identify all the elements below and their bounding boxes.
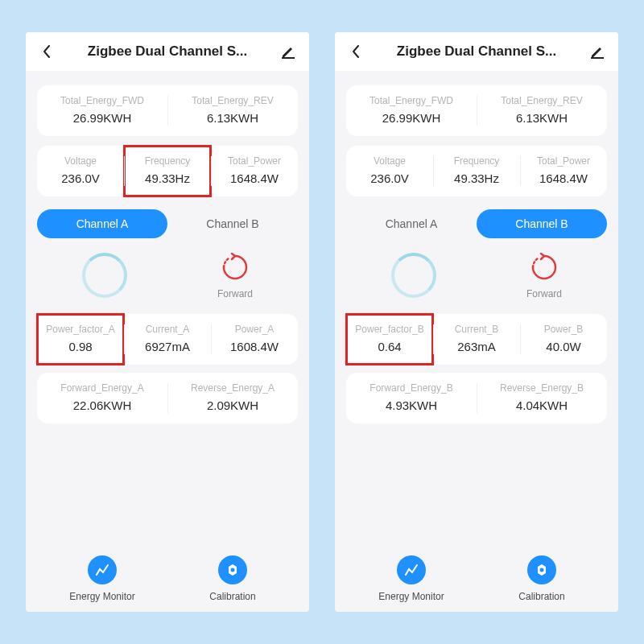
current-value: 6927mA (127, 340, 208, 353)
frequency-cell: Frequency 49.33Hz (124, 146, 211, 196)
totals-card: Total_Energy_FWD 26.99KWH Total_Energy_R… (37, 85, 298, 136)
header: Zigbee Dual Channel S... (26, 32, 309, 71)
current-value: 263mA (436, 340, 517, 353)
voltage-cell: Voltage 236.0V (37, 146, 124, 196)
fwd-energy-value: 22.06KWH (40, 398, 164, 412)
total-power-value: 1648.4W (214, 171, 295, 185)
voltage-cell: Voltage 236.0V (346, 146, 433, 196)
total-power-value: 1648.4W (523, 171, 604, 185)
tab-channel-a[interactable]: Channel A (346, 209, 477, 238)
tab-channel-a[interactable]: Channel A (37, 209, 167, 238)
energy-monitor-label: Energy Monitor (378, 591, 444, 602)
chart-icon (88, 555, 117, 584)
edit-icon[interactable] (280, 43, 296, 60)
tab-channel-b[interactable]: Channel B (477, 209, 607, 238)
total-power-cell: Total_Power 1648.4W (211, 146, 298, 196)
total-fwd-label: Total_Energy_FWD (40, 95, 164, 106)
current-cell: Current_B 263mA (433, 314, 520, 365)
current-label: Current_B (436, 324, 517, 335)
svg-point-3 (540, 568, 544, 572)
direction-label: Forward (526, 288, 562, 299)
power-cell: Power_B 40.0W (520, 314, 607, 365)
triple-card: Voltage 236.0V Frequency 49.33Hz Total_P… (37, 146, 298, 196)
edit-icon[interactable] (589, 43, 605, 60)
energy-card: Forward_Energy_B 4.93KWH Reverse_Energy_… (346, 373, 607, 423)
forward-arrow-icon (219, 251, 251, 283)
forward-arrow-icon (528, 251, 560, 283)
rev-energy-label: Reverse_Energy_B (480, 382, 604, 394)
pf-value: 0.64 (349, 340, 430, 353)
calibration-label: Calibration (209, 591, 255, 602)
frequency-value: 49.33Hz (127, 171, 208, 185)
header: Zigbee Dual Channel S... (335, 32, 618, 71)
fwd-energy-value: 4.93KWH (349, 398, 473, 412)
content: Total_Energy_FWD 26.99KWH Total_Energy_R… (26, 71, 309, 612)
channel-tabs: Channel A Channel B (37, 209, 298, 238)
loading-spinner-icon (82, 253, 127, 298)
bottom-nav: Energy Monitor Calibration (37, 544, 298, 605)
content: Total_Energy_FWD 26.99KWH Total_Energy_R… (335, 71, 618, 612)
voltage-value: 236.0V (349, 171, 430, 185)
rev-energy-value: 4.04KWH (480, 398, 604, 412)
frequency-label: Frequency (436, 155, 517, 167)
calibration-button[interactable]: Calibration (167, 555, 298, 602)
page-title: Zigbee Dual Channel S... (88, 43, 247, 60)
pf-label: Power_factor_B (349, 324, 430, 335)
total-rev-label: Total_Energy_REV (171, 95, 295, 106)
total-fwd-value: 26.99KWH (349, 111, 473, 125)
total-rev-value: 6.13KWH (480, 111, 604, 125)
rev-energy-value: 2.09KWH (171, 398, 295, 412)
phone-left: Zigbee Dual Channel S... Total_Energy_FW… (26, 32, 309, 612)
forward-energy-cell: Forward_Energy_B 4.93KWH (346, 373, 477, 423)
metrics-card: Power_factor_B 0.64 Current_B 263mA Powe… (346, 314, 607, 365)
direction-indicator: Forward (217, 251, 253, 299)
power-cell: Power_A 1608.4W (211, 314, 298, 365)
total-energy-rev: Total_Energy_REV 6.13KWH (167, 85, 298, 136)
direction-indicator: Forward (526, 251, 562, 299)
power-factor-cell: Power_factor_A 0.98 (37, 314, 124, 365)
calibration-button[interactable]: Calibration (477, 555, 607, 602)
energy-monitor-button[interactable]: Energy Monitor (37, 555, 167, 602)
bottom-nav: Energy Monitor Calibration (346, 544, 607, 605)
pf-value: 0.98 (40, 340, 121, 353)
current-label: Current_A (127, 324, 208, 335)
metrics-card: Power_factor_A 0.98 Current_A 6927mA Pow… (37, 314, 298, 365)
frequency-value: 49.33Hz (436, 171, 517, 185)
total-energy-rev: Total_Energy_REV 6.13KWH (477, 85, 607, 136)
phone-right: Zigbee Dual Channel S... Total_Energy_FW… (335, 32, 618, 612)
frequency-cell: Frequency 49.33Hz (433, 146, 520, 196)
fwd-energy-label: Forward_Energy_B (349, 382, 473, 394)
visuals-row: Forward (37, 248, 298, 311)
energy-monitor-label: Energy Monitor (69, 591, 134, 602)
total-fwd-label: Total_Energy_FWD (349, 95, 473, 106)
total-energy-fwd: Total_Energy_FWD 26.99KWH (37, 85, 167, 136)
voltage-value: 236.0V (40, 171, 121, 185)
total-fwd-value: 26.99KWH (40, 111, 164, 125)
total-energy-fwd: Total_Energy_FWD 26.99KWH (346, 85, 477, 136)
visuals-row: Forward (346, 248, 607, 311)
direction-label: Forward (217, 288, 253, 299)
gear-icon (527, 555, 556, 584)
back-icon[interactable] (39, 43, 55, 60)
current-cell: Current_A 6927mA (124, 314, 211, 365)
frequency-label: Frequency (127, 155, 208, 167)
pf-label: Power_factor_A (40, 324, 121, 335)
totals-card: Total_Energy_FWD 26.99KWH Total_Energy_R… (346, 85, 607, 136)
back-icon[interactable] (348, 43, 364, 60)
total-power-cell: Total_Power 1648.4W (520, 146, 607, 196)
energy-card: Forward_Energy_A 22.06KWH Reverse_Energy… (37, 373, 298, 423)
power-value: 40.0W (523, 340, 604, 353)
calibration-label: Calibration (518, 591, 564, 602)
gear-icon (218, 555, 247, 584)
tab-channel-b[interactable]: Channel B (167, 209, 298, 238)
voltage-label: Voltage (349, 155, 430, 167)
power-value: 1608.4W (214, 340, 295, 353)
svg-point-1 (231, 568, 235, 572)
reverse-energy-cell: Reverse_Energy_B 4.04KWH (477, 373, 607, 423)
forward-energy-cell: Forward_Energy_A 22.06KWH (37, 373, 167, 423)
fwd-energy-label: Forward_Energy_A (40, 382, 164, 394)
power-factor-cell: Power_factor_B 0.64 (346, 314, 433, 365)
total-power-label: Total_Power (214, 155, 295, 167)
energy-monitor-button[interactable]: Energy Monitor (346, 555, 477, 602)
rev-energy-label: Reverse_Energy_A (171, 382, 295, 394)
